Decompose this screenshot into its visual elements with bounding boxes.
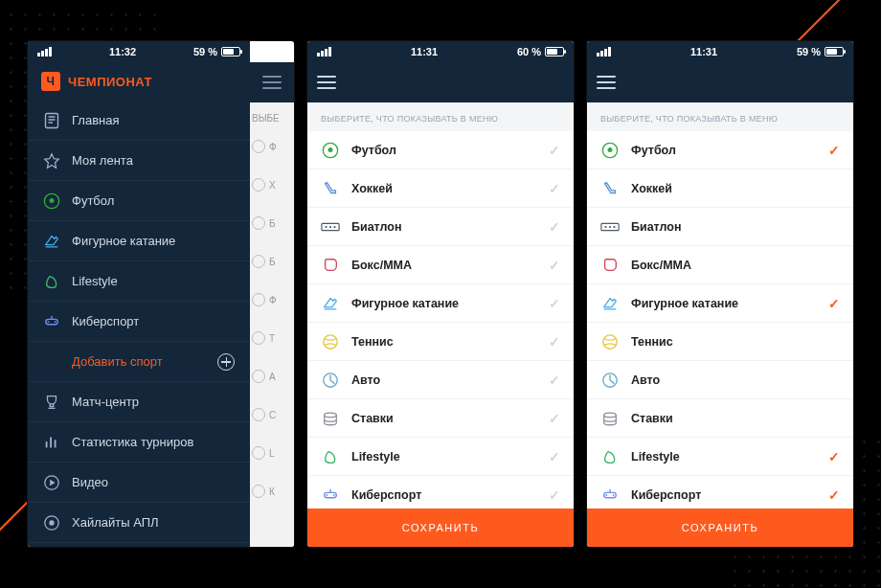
sport-row-1[interactable]: Хоккей✓ [307,170,574,208]
betting-icon [600,409,620,428]
phone-1: ВЫБЕ ФХББФТАСLК 11:32 59 % Ч ЧЕМПИОНАТ Г… [28,41,294,547]
phone1-bg-row: Б [248,204,294,242]
sport-row-0[interactable]: Футбол✓ [307,131,574,170]
svg-point-31 [604,225,606,227]
sport-label: Биатлон [351,220,402,234]
status-time: 11:31 [411,46,438,57]
phone1-bg-row: Х [248,166,294,204]
phone1-bg-row: К [248,472,294,510]
svg-marker-5 [49,197,54,202]
check-icon: ✓ [828,296,840,311]
auto-icon [600,371,620,390]
svg-point-26 [327,494,328,496]
phone1-bg-hint: ВЫБЕ [248,108,294,127]
svg-point-38 [606,494,608,496]
sport-row-4[interactable]: Фигурное катание✓ [307,284,574,323]
phone1-bg-row: А [248,357,294,396]
sport-label: Ставки [631,412,673,425]
svg-point-20 [329,225,331,227]
sport-row-2[interactable]: Биатлон✓ [307,208,574,246]
side-menu: 11:32 59 % Ч ЧЕМПИОНАТ ГлавнаяМоя лентаФ… [28,41,250,547]
status-bar: 11:31 59 % [587,41,853,62]
sport-row-3[interactable]: Бокс/ММА [587,246,853,284]
play-icon [43,474,60,491]
esports-icon [321,486,340,505]
lifestyle-icon [321,447,340,466]
hamburger-icon[interactable] [262,76,282,89]
sport-row-9[interactable]: Киберспорт✓ [587,476,853,509]
football-icon [321,141,340,160]
brand-text: ЧЕМПИОНАТ [68,75,152,89]
sport-label: Футбол [631,144,676,157]
check-icon: ✓ [828,487,840,503]
lifestyle-icon [43,273,60,290]
check-icon: ✓ [549,411,560,426]
hamburger-icon[interactable] [317,76,336,89]
sport-row-9[interactable]: Киберспорт✓ [307,476,574,509]
svg-point-27 [333,494,335,496]
check-icon: ✓ [549,258,560,273]
sport-row-6[interactable]: Авто [587,361,853,399]
svg-point-23 [324,334,337,348]
news-icon [43,112,60,129]
battery-icon [545,47,564,57]
check-icon: ✓ [549,296,560,311]
svg-point-15 [49,520,54,525]
skating-icon [600,294,620,313]
sport-label: Теннис [631,335,673,349]
svg-point-39 [613,494,615,496]
sidebar-item-3[interactable]: Фигурное катание [28,221,250,261]
check-icon: ✓ [549,181,560,196]
sport-row-7[interactable]: Ставки [587,399,853,438]
phone1-bg-row: L [248,434,294,472]
sport-row-6[interactable]: Авто✓ [307,361,574,399]
sidebar-item-2[interactable]: Футбол [28,181,250,221]
battery-label: 60 % [517,46,541,57]
brand-logo[interactable]: Ч ЧЕМПИОНАТ [28,62,250,101]
status-time: 11:31 [690,46,717,57]
hamburger-icon[interactable] [597,76,616,89]
sport-row-8[interactable]: Lifestyle✓ [587,438,853,476]
stats-icon [43,434,60,451]
skating-icon [43,233,60,250]
sport-row-3[interactable]: Бокс/ММА✓ [307,246,574,284]
boxing-icon [600,256,620,275]
hockey-icon [600,179,620,198]
save-button[interactable]: СОХРАНИТЬ [307,509,574,547]
esports-icon [43,313,60,330]
sidebar-item-5[interactable]: Киберспорт [28,302,250,342]
skating-icon [321,294,340,313]
sport-label: Теннис [351,335,394,349]
biathlon-icon [600,217,620,237]
save-button[interactable]: СОХРАНИТЬ [587,509,853,547]
svg-point-7 [48,321,50,323]
sidebar-item-10[interactable]: Хайлайты АПЛ [28,503,250,543]
sport-row-0[interactable]: Футбол✓ [587,131,853,170]
svg-point-33 [613,225,615,227]
sidebar-item-6[interactable]: Добавить спорт [28,342,250,382]
svg-marker-29 [607,147,612,151]
status-bar: 11:32 59 % [28,41,250,62]
sport-row-2[interactable]: Биатлон [587,208,853,246]
signal-icon [597,47,611,57]
battery-label: 59 % [797,46,821,57]
sport-row-8[interactable]: Lifestyle✓ [307,438,574,476]
sport-row-1[interactable]: Хоккей [587,170,853,208]
sidebar-item-1[interactable]: Моя лента [28,141,250,181]
sidebar-item-7[interactable]: Матч-центр [28,382,250,422]
sidebar-item-8[interactable]: Статистика турниров [28,422,250,463]
sport-row-4[interactable]: Фигурное катание✓ [587,284,853,323]
sidebar-item-0[interactable]: Главная [28,101,250,141]
svg-marker-13 [50,479,55,485]
brand-badge-icon: Ч [41,72,60,91]
sport-row-5[interactable]: Теннис [587,323,853,361]
sidebar-item-4[interactable]: Lifestyle [28,261,250,302]
betting-icon [321,409,340,428]
sport-row-7[interactable]: Ставки✓ [307,399,574,438]
battery-icon [221,47,240,57]
football-icon [43,192,60,210]
check-icon: ✓ [549,143,560,158]
sport-row-5[interactable]: Теннис✓ [307,323,574,361]
sport-label: Lifestyle [351,450,400,464]
sidebar-item-9[interactable]: Видео [28,463,250,503]
